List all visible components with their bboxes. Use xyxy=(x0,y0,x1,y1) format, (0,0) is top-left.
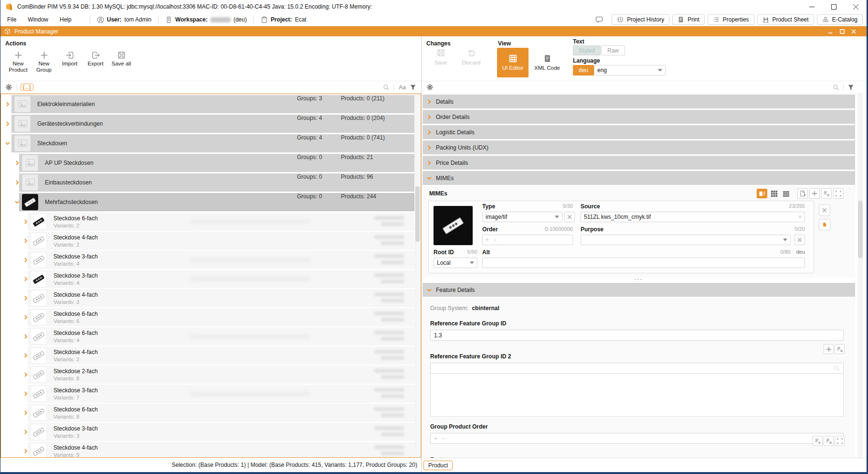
save-all-button[interactable]: Save all xyxy=(108,49,134,73)
tree-product-row[interactable]: Steckdose 6-fachVariants: 2 xyxy=(2,213,414,231)
raw-toggle[interactable]: Raw xyxy=(601,45,625,55)
editor-scrollbar[interactable] xyxy=(858,94,863,458)
add-icon[interactable] xyxy=(824,344,834,354)
print-button[interactable]: Print xyxy=(672,14,705,25)
editor-scrollbar-thumb[interactable] xyxy=(858,201,863,258)
purpose-select[interactable] xyxy=(581,235,791,245)
search-icon[interactable] xyxy=(833,84,839,91)
chevron-down-icon[interactable] xyxy=(5,140,11,146)
minimize-icon[interactable] xyxy=(801,0,823,13)
ref-group-id2-list[interactable] xyxy=(430,374,844,417)
filter-icon[interactable] xyxy=(410,84,416,91)
tree-product-row[interactable]: Steckdose 4-fachVariants: 2 xyxy=(2,346,414,365)
clear-list-icon[interactable] xyxy=(835,344,845,354)
user-info[interactable]: User: tom Admin xyxy=(97,16,151,23)
styled-toggle[interactable]: Styled xyxy=(573,45,601,55)
list-view-icon[interactable] xyxy=(781,189,791,198)
chevron-right-icon[interactable] xyxy=(5,101,11,107)
path-up-button[interactable]: [..] xyxy=(21,84,33,91)
mime-thumbnail[interactable] xyxy=(434,206,473,245)
clear-list-icon[interactable] xyxy=(821,188,832,199)
export-button[interactable]: Export xyxy=(83,49,108,73)
tree-scrollbar-thumb[interactable] xyxy=(415,186,420,242)
clear-purpose-icon[interactable] xyxy=(794,235,805,245)
section-details[interactable]: Details xyxy=(423,95,855,108)
tree-product-row[interactable]: Steckdose 3-fachVariants: 4 xyxy=(2,251,414,269)
grid-view-icon[interactable] xyxy=(769,189,779,198)
pm-close-icon[interactable] xyxy=(851,29,856,34)
tree-product-row[interactable]: Steckdose 4-fachVariants: 9 xyxy=(2,442,414,458)
maximize-icon[interactable] xyxy=(823,0,845,13)
tree-product-row[interactable]: Steckdose 3-fachVariants: 7 xyxy=(2,385,414,403)
pm-minimize-icon[interactable] xyxy=(828,29,833,34)
tree-group-row[interactable]: EinbausteckdosenGroups: 0Products: 96 xyxy=(2,173,414,192)
workspace-info[interactable]: Workspace: (deu) xyxy=(165,16,247,23)
add-file-icon[interactable] xyxy=(797,188,808,199)
open-file-icon[interactable] xyxy=(819,219,830,230)
root-id-select[interactable]: Local xyxy=(434,258,477,268)
import-button[interactable]: Import xyxy=(57,49,83,73)
product-tab-button[interactable]: Product xyxy=(423,461,453,470)
ref-group-id-input[interactable]: 1.3 xyxy=(430,330,844,341)
order-input[interactable]: + − xyxy=(482,235,573,245)
tree-group-row[interactable]: AP UP SteckdosenGroups: 0Products: 21 xyxy=(2,154,414,172)
add-row-icon[interactable] xyxy=(813,436,823,446)
history-button[interactable]: Project History xyxy=(612,14,669,25)
alt-input[interactable] xyxy=(482,258,805,268)
clear-source-icon[interactable]: × xyxy=(798,214,802,220)
section-feature-details[interactable]: Feature Details xyxy=(423,283,855,297)
close-icon[interactable] xyxy=(845,0,867,13)
tree-group-row[interactable]: MehrfachsteckdosenGroups: 0Products: 244 xyxy=(2,193,414,211)
clear-list-icon[interactable] xyxy=(824,436,834,446)
menu-window[interactable]: Window xyxy=(28,16,48,23)
section-mimes[interactable]: MIMEs xyxy=(423,171,855,185)
new-group-button[interactable]: New Group xyxy=(31,49,57,73)
section-logistic-details[interactable]: Logistic Details xyxy=(423,125,855,139)
delete-mime-icon[interactable] xyxy=(819,205,830,216)
language-primary[interactable]: deu xyxy=(573,65,594,75)
project-info[interactable]: Project: Ecat xyxy=(261,16,307,23)
tree-group-row[interactable]: ElektrokleinmaterialienGroups: 3Products… xyxy=(2,95,414,113)
menu-help[interactable]: Help xyxy=(60,16,72,23)
discard-button[interactable]: Discard xyxy=(458,49,485,65)
tree-product-row[interactable]: Steckdose 3-fachVariants: 4 xyxy=(2,270,414,288)
tree-scrollbar[interactable] xyxy=(415,95,420,457)
group-product-order-input[interactable]: + − xyxy=(430,433,844,444)
clear-type-icon[interactable] xyxy=(564,212,575,222)
menu-file[interactable]: File xyxy=(7,16,16,23)
tree-group-row[interactable]: SteckdosenGroups: 4Products: 0 (741) xyxy=(2,134,414,152)
tree-product-row[interactable]: Steckdose 4-fachVariants: 2 xyxy=(2,232,414,250)
add-icon[interactable] xyxy=(809,188,820,199)
product-sheet-button[interactable]: Product Sheet xyxy=(757,14,814,25)
tree-product-row[interactable]: Steckdose 3-fachVariants: 3 xyxy=(2,423,414,441)
stepper-icons[interactable]: + − xyxy=(486,237,498,243)
comment-icon[interactable] xyxy=(595,16,603,23)
xml-code-button[interactable]: XML Code xyxy=(531,48,563,77)
new-product-button[interactable]: New Product xyxy=(5,49,31,73)
search-icon[interactable] xyxy=(383,84,390,91)
language-select[interactable]: eng xyxy=(594,65,666,75)
ui-editor-button[interactable]: UI Editor xyxy=(497,48,529,77)
chevron-right-icon[interactable] xyxy=(5,121,11,127)
e-catalog-button[interactable]: E-Catalog xyxy=(817,14,863,25)
pm-maximize-icon[interactable] xyxy=(840,29,845,34)
expand-icon[interactable] xyxy=(835,436,845,446)
tree-product-row[interactable]: Steckdose 6-fachVariants: 6 xyxy=(2,308,414,326)
source-input[interactable]: 511ZL kws_10cm_cmyk.tif × xyxy=(581,212,805,222)
filter-icon[interactable] xyxy=(847,84,854,91)
save-button[interactable]: Save xyxy=(427,49,454,65)
tree-product-row[interactable]: Steckdose 2-fachVariants: 8 xyxy=(2,366,414,384)
case-sensitive-toggle[interactable]: Aa xyxy=(399,84,406,91)
tree-product-row[interactable]: Steckdose 6-fachVariants: 4 xyxy=(2,327,414,345)
card-view-icon[interactable] xyxy=(757,189,767,198)
section-order-details[interactable]: Order Details xyxy=(423,110,855,124)
tree-group-row[interactable]: GerätesteckverbindungenGroups: 4Products… xyxy=(2,115,414,133)
properties-button[interactable]: Properties xyxy=(708,14,754,25)
type-select[interactable]: image/tif xyxy=(482,212,562,222)
gear-icon[interactable] xyxy=(426,84,434,91)
stepper-icons[interactable]: + − xyxy=(434,435,446,442)
tree-product-row[interactable]: Steckdose 4-fachVariants: 3 xyxy=(2,289,414,307)
section-price-details[interactable]: Price Details xyxy=(423,156,855,170)
gear-icon[interactable] xyxy=(5,84,12,91)
ref-group-id2-search-input[interactable] xyxy=(430,363,844,374)
